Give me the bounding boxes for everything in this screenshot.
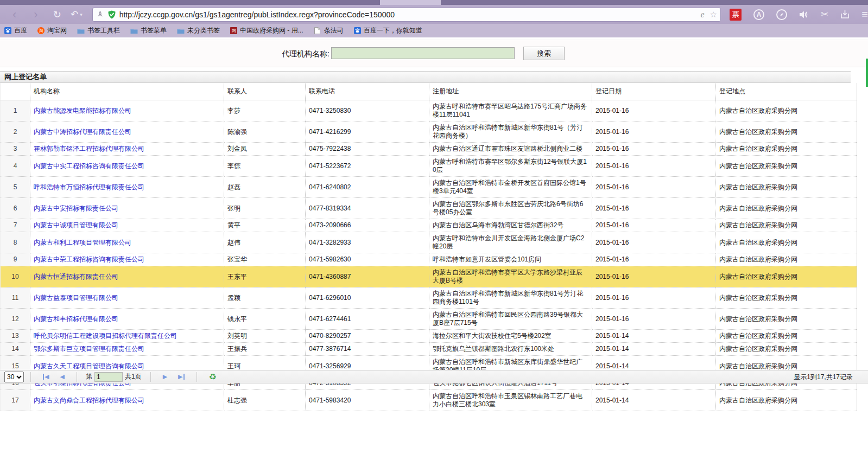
table-row[interactable]: 11 内蒙古益泰项目管理有限公司 孟颖 0471-6296010 内蒙古自治区呼… bbox=[1, 287, 857, 309]
location-cell: 内蒙古自治区政府采购分网 bbox=[716, 219, 857, 232]
bookmark-star-icon[interactable]: ☆ bbox=[710, 10, 717, 20]
header-contact: 联系人 bbox=[224, 83, 306, 100]
org-name-link[interactable]: 内蒙古中实工程招标咨询有限责任公司 bbox=[34, 162, 144, 170]
row-number: 6 bbox=[1, 198, 30, 219]
row-number: 13 bbox=[1, 330, 30, 343]
org-name-link[interactable]: 内蒙古文尚鼎合工程招标代理有限公司 bbox=[34, 397, 144, 404]
bookmark-label: 百度 bbox=[14, 26, 27, 35]
page-number-input[interactable] bbox=[94, 372, 123, 382]
table-row[interactable]: 13 呼伦贝尔明信工程建设项目招标代理有限责任公司 刘英明 0470-82902… bbox=[1, 330, 857, 343]
org-name-link[interactable]: 呼伦贝尔明信工程建设项目招标代理有限责任公司 bbox=[34, 332, 177, 340]
table-row[interactable]: 7 内蒙古中诚项目管理有限公司 黄平 0473-2090666 内蒙古自治区乌海… bbox=[1, 219, 857, 232]
org-name-link[interactable]: 内蒙古能源发电聚能招标有限公司 bbox=[34, 107, 131, 114]
contact-cell: 刘金凤 bbox=[224, 143, 306, 156]
hamburger-menu-icon[interactable]: ≡ bbox=[861, 8, 868, 21]
phone-cell: 0471-6240802 bbox=[306, 177, 429, 198]
location-cell: 内蒙古自治区政府采购分网 bbox=[716, 330, 857, 343]
forward-icon[interactable]: › bbox=[29, 9, 42, 21]
agency-name-input[interactable] bbox=[331, 47, 515, 59]
scrollbar-thumb[interactable] bbox=[866, 59, 868, 87]
phone-cell: 0473-2090666 bbox=[306, 219, 429, 232]
next-page-icon[interactable]: ▶ bbox=[163, 374, 167, 380]
table-row[interactable]: 17 内蒙古文尚鼎合工程招标代理有限公司 杜志强 0471-5983420 内蒙… bbox=[1, 390, 857, 411]
table-row[interactable]: 12 内蒙古和丰招标代理有限公司 钱永平 0471-6274461 内蒙古自治区… bbox=[1, 309, 857, 330]
bookmark-item-baidu[interactable]: 百度 bbox=[4, 26, 27, 35]
back-icon[interactable]: ‹ bbox=[8, 9, 21, 21]
address-cell: 内蒙古自治区呼和浩特市金桥开发区首府国际公馆1号楼3单元404室 bbox=[429, 177, 592, 198]
contact-cell: 黄平 bbox=[224, 219, 306, 232]
reload-grid-icon[interactable]: ♻ bbox=[209, 372, 217, 382]
org-name-link[interactable]: 内蒙古益泰项目管理有限公司 bbox=[34, 294, 118, 302]
records-info: 显示1到17,共17记录 bbox=[794, 373, 853, 382]
org-name-link[interactable]: 内蒙古久天工程项目管理咨询有限公司 bbox=[34, 362, 144, 370]
first-page-icon[interactable]: ◀ bbox=[43, 374, 49, 380]
address-cell: 内蒙古自治区呼和浩特市赛罕区大学东路沙梁村亚辰大厦B号楼 bbox=[429, 266, 592, 287]
compass-icon[interactable] bbox=[776, 9, 787, 20]
bookmark-item-unsorted-folder[interactable]: 未分类书签 bbox=[177, 26, 220, 35]
piao-extension-icon[interactable]: 票 bbox=[730, 9, 742, 21]
org-name-link[interactable]: 内蒙古和利工程项目管理有限公司 bbox=[34, 239, 131, 246]
bookmark-item-menu-folder[interactable]: 书签菜单 bbox=[130, 26, 167, 35]
table-row[interactable]: 9 内蒙古中荣工程招标咨询有限责任公司 张宝华 0471-5982630 呼和浩… bbox=[1, 253, 857, 266]
bookmark-item-ccgp[interactable]: 网 中国政府采购网 - 用... bbox=[230, 26, 303, 35]
scissors-icon[interactable]: ✂ bbox=[821, 10, 828, 19]
speaker-icon[interactable] bbox=[799, 10, 809, 19]
row-number: 5 bbox=[1, 177, 30, 198]
site-identity-rocket-icon[interactable] bbox=[96, 10, 104, 18]
security-shield-icon[interactable] bbox=[107, 10, 116, 19]
table-row[interactable]: 6 内蒙古中安招标有限责任公司 张明 0477-8319334 内蒙古自治区鄂尔… bbox=[1, 198, 857, 219]
org-name-link[interactable]: 呼和浩特市万恒招标代理有限责任公司 bbox=[34, 183, 144, 191]
bookmark-label: 书签工具栏 bbox=[87, 26, 120, 35]
row-number: 14 bbox=[1, 343, 30, 356]
recent-history-button[interactable]: ↶ ▾ bbox=[71, 10, 83, 19]
table-row[interactable]: 2 内蒙古中涛招标代理有限责任公司 陈渝强 0471-4216299 内蒙古自治… bbox=[1, 122, 857, 143]
location-cell: 内蒙古自治区政府采购分网 bbox=[716, 390, 857, 411]
page-prefix-label: 第 bbox=[86, 372, 92, 381]
download-icon[interactable] bbox=[840, 10, 850, 19]
org-name-link[interactable]: 内蒙古中涛招标代理有限责任公司 bbox=[34, 128, 131, 136]
row-number: 1 bbox=[1, 100, 30, 122]
contact-cell: 赵磊 bbox=[224, 177, 306, 198]
org-name-link[interactable]: 内蒙古中诚项目管理有限公司 bbox=[34, 221, 118, 229]
date-cell: 2015-01-16 bbox=[592, 122, 716, 143]
org-name-link[interactable]: 内蒙古中安招标有限责任公司 bbox=[34, 204, 118, 212]
ie-view-icon[interactable]: e bbox=[701, 10, 705, 20]
bookmark-item-taobao[interactable]: 淘 淘宝网 bbox=[37, 26, 67, 35]
page-size-select[interactable]: 30 bbox=[4, 372, 24, 382]
table-row[interactable]: 1 内蒙古能源发电聚能招标有限公司 李莎 0471-3250830 内蒙古呼和浩… bbox=[1, 100, 857, 122]
contact-cell: 李悰 bbox=[224, 156, 306, 177]
browser-tab[interactable] bbox=[380, 0, 441, 5]
search-button[interactable]: 搜索 bbox=[523, 47, 565, 60]
location-cell: 内蒙古自治区政府采购分网 bbox=[716, 266, 857, 287]
table-row[interactable]: 4 内蒙古中实工程招标咨询有限责任公司 李悰 0471-5223672 内蒙古呼… bbox=[1, 156, 857, 177]
table-row[interactable]: 3 霍林郭勒市铭泽工程招标代理有限公司 刘金凤 0475-7922438 内蒙古… bbox=[1, 143, 857, 156]
bookmark-item-toolbar-folder[interactable]: 书签工具栏 bbox=[77, 26, 120, 35]
refresh-icon[interactable]: ↻ bbox=[50, 10, 64, 20]
org-name-link[interactable]: 霍林郭勒市铭泽工程招标代理有限公司 bbox=[34, 145, 144, 152]
table-row[interactable]: 10 内蒙古恒通招标有限责任公司 王东平 0471-4360887 内蒙古自治区… bbox=[1, 266, 857, 287]
letter-a-extension-icon[interactable]: A bbox=[753, 9, 764, 20]
prev-page-icon[interactable]: ◀ bbox=[60, 374, 64, 380]
url-text[interactable]: http://jczy.ccgp.gov.cn/gs1/gs1agentreg/… bbox=[119, 10, 701, 19]
date-cell: 2015-01-16 bbox=[592, 100, 716, 122]
org-name-link[interactable]: 鄂尔多斯市巨立项目管理有限责任公司 bbox=[34, 345, 144, 353]
table-row[interactable]: 5 呼和浩特市万恒招标代理有限责任公司 赵磊 0471-6240802 内蒙古自… bbox=[1, 177, 857, 198]
table-row[interactable]: 14 鄂尔多斯市巨立项目管理有限责任公司 王振兵 0477-3876714 鄂托… bbox=[1, 343, 857, 356]
section-title-bar: 网上登记名单 bbox=[0, 71, 851, 83]
url-bar[interactable]: http://jczy.ccgp.gov.cn/gs1/gs1agentreg/… bbox=[92, 8, 721, 22]
undo-arrow-icon: ↶ bbox=[71, 10, 78, 19]
org-name-link[interactable]: 内蒙古中荣工程招标咨询有限责任公司 bbox=[34, 255, 144, 263]
bookmark-label: 未分类书签 bbox=[187, 26, 220, 35]
table-row[interactable]: 8 内蒙古和利工程项目管理有限公司 赵伟 0471-3282933 内蒙古呼和浩… bbox=[1, 232, 857, 253]
search-panel: 代理机构名称: 搜索 bbox=[0, 40, 868, 67]
row-number: 3 bbox=[1, 143, 30, 156]
contact-cell: 钱永平 bbox=[224, 309, 306, 330]
bookmark-item-baidu2[interactable]: 百度一下，你就知道 bbox=[354, 26, 422, 35]
folder-icon bbox=[130, 27, 138, 35]
bookmark-item-tiaofasi[interactable]: 条法司 bbox=[314, 26, 344, 35]
last-page-icon[interactable]: ▶ bbox=[178, 374, 184, 380]
org-name-link[interactable]: 内蒙古恒通招标有限责任公司 bbox=[34, 273, 118, 280]
bookmark-label: 条法司 bbox=[324, 26, 344, 35]
org-name-link[interactable]: 内蒙古和丰招标代理有限公司 bbox=[34, 315, 118, 323]
phone-cell: 0471-5982630 bbox=[306, 253, 429, 266]
